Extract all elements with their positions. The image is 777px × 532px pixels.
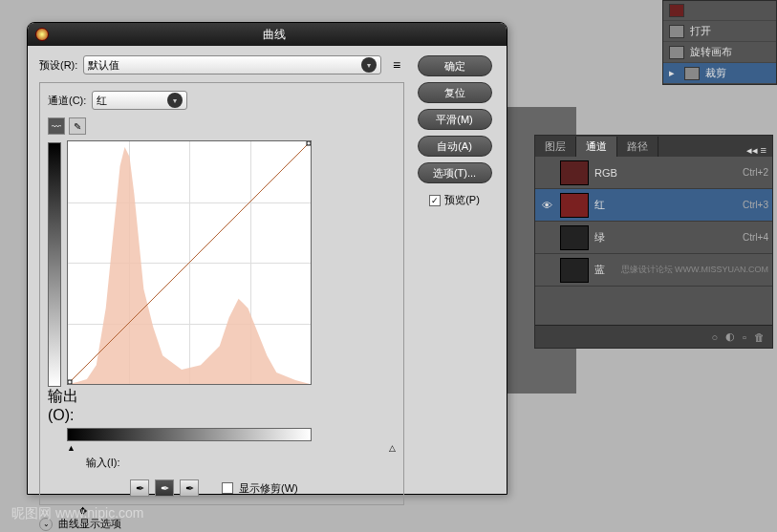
reset-button[interactable]: 复位 <box>418 82 492 103</box>
channel-dropdown[interactable]: 红 ▾ <box>92 91 187 110</box>
history-label: 旋转画布 <box>690 45 732 59</box>
open-icon <box>669 25 684 38</box>
tab-layers[interactable]: 图层 <box>535 137 576 157</box>
watermark: 昵图网 www.nipic.com <box>11 505 143 522</box>
input-gradient <box>67 428 312 441</box>
channel-name: 蓝 <box>594 263 608 277</box>
channels-footer: ○ ◐ ▫ 🗑 <box>535 325 772 348</box>
preset-value: 默认值 <box>88 58 361 73</box>
output-label: 输出(O): <box>48 387 96 424</box>
show-clipping-checkbox[interactable] <box>222 482 233 494</box>
channel-label: 通道(C): <box>48 94 86 108</box>
panel-tabs: 图层 通道 路径 ◂◂ ≡ <box>535 136 772 157</box>
channel-shortcut: Ctrl+4 <box>743 232 768 243</box>
load-selection-icon[interactable]: ○ <box>711 331 718 343</box>
preset-dropdown[interactable]: 默认值 ▾ <box>83 55 381 74</box>
curve-graph[interactable] <box>48 140 396 387</box>
channel-row-green[interactable]: 绿 Ctrl+4 <box>535 222 772 254</box>
show-clipping-label: 显示修剪(W) <box>239 481 298 496</box>
white-eyedropper-icon[interactable]: ✒ <box>180 479 199 497</box>
crop-icon <box>684 67 700 80</box>
history-panel: 打开 旋转画布 ▸ 裁剪 <box>662 0 777 85</box>
preset-label: 预设(R): <box>39 58 77 73</box>
histogram <box>68 141 311 384</box>
smooth-button[interactable]: 平滑(M) <box>418 109 492 130</box>
channel-thumb <box>560 225 589 250</box>
channel-section: 通道(C): 红 ▾ 〰 ✎ <box>39 82 404 505</box>
preview-checkbox[interactable]: ✓ <box>429 195 441 206</box>
close-icon[interactable] <box>35 28 49 41</box>
rotate-icon <box>669 46 684 59</box>
channel-name: 绿 <box>594 230 737 245</box>
chevron-down-icon: ▾ <box>167 93 183 108</box>
panel-menu-icon[interactable]: ◂◂ ≡ <box>741 144 772 157</box>
pencil-tool-icon[interactable]: ✎ <box>69 117 86 135</box>
thumbnail-icon <box>669 4 684 17</box>
curve-canvas[interactable] <box>67 140 312 385</box>
curves-dialog: 曲线 预设(R): 默认值 ▾ ≡ 通道(C): 红 ▾ <box>27 22 507 495</box>
channel-row-blue[interactable]: 蓝 思缘设计论坛 WWW.MISSYUAN.COM <box>535 254 772 287</box>
input-label: 输入(I): <box>86 457 119 468</box>
black-eyedropper-icon[interactable]: ✒ <box>130 479 149 497</box>
delete-icon[interactable]: 🗑 <box>754 331 765 343</box>
dialog-title: 曲线 <box>49 27 499 43</box>
output-gradient <box>48 142 61 387</box>
history-item[interactable] <box>663 1 776 21</box>
curve-tool-icon[interactable]: 〰 <box>48 117 65 135</box>
channel-shortcut: Ctrl+3 <box>743 200 768 210</box>
chevron-down-icon: ▾ <box>361 57 377 73</box>
save-selection-icon[interactable]: ◐ <box>725 330 735 343</box>
channels-panel: 图层 通道 路径 ◂◂ ≡ RGB Ctrl+2 👁 红 Ctrl+3 绿 Ct… <box>534 135 773 349</box>
history-item-rotate[interactable]: 旋转画布 <box>663 42 776 63</box>
tab-paths[interactable]: 路径 <box>617 137 658 157</box>
tab-channels[interactable]: 通道 <box>576 137 617 157</box>
pointer-icon: ▸ <box>669 67 679 79</box>
history-label: 裁剪 <box>705 66 726 80</box>
dialog-titlebar[interactable]: 曲线 <box>28 23 507 46</box>
visibility-icon[interactable]: 👁 <box>539 200 554 211</box>
watermark-text: 思缘设计论坛 WWW.MISSYUAN.COM <box>621 264 769 276</box>
channel-name: RGB <box>594 167 737 179</box>
preview-label: 预览(P) <box>444 193 480 207</box>
channel-row-red[interactable]: 👁 红 Ctrl+3 <box>535 189 772 222</box>
channel-thumb <box>560 258 589 283</box>
history-item-crop[interactable]: ▸ 裁剪 <box>663 63 776 84</box>
options-button[interactable]: 选项(T)... <box>418 162 492 183</box>
auto-button[interactable]: 自动(A) <box>418 136 492 157</box>
gray-eyedropper-icon[interactable]: ✒ <box>155 479 174 497</box>
ok-button[interactable]: 确定 <box>418 55 492 76</box>
channel-shortcut: Ctrl+2 <box>743 167 768 178</box>
channel-name: 红 <box>594 198 737 212</box>
preset-menu-icon[interactable]: ≡ <box>389 57 404 73</box>
channel-thumb <box>560 193 589 218</box>
channel-value: 红 <box>97 94 167 108</box>
channel-thumb <box>560 160 589 185</box>
new-channel-icon[interactable]: ▫ <box>743 331 746 343</box>
history-label: 打开 <box>690 24 711 38</box>
history-item-open[interactable]: 打开 <box>663 21 776 42</box>
channel-row-rgb[interactable]: RGB Ctrl+2 <box>535 157 772 189</box>
